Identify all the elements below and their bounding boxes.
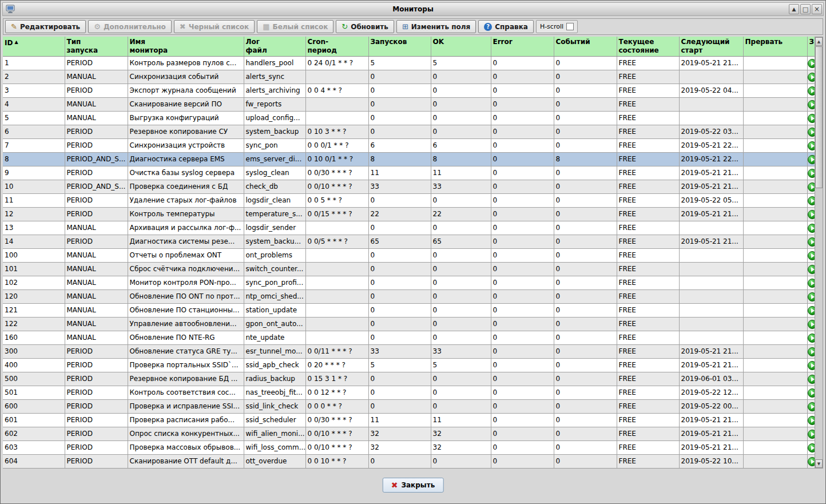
cell-runs: 0: [368, 386, 431, 399]
table-row[interactable]: 14PERIODДиагностика системы резе...syste…: [3, 235, 817, 248]
help-icon: ?: [484, 23, 492, 31]
column-header-interrupt[interactable]: Прервать: [743, 37, 807, 56]
cell-cron: 0 0/10 * * * ?: [305, 180, 368, 193]
table-row[interactable]: 12PERIODКонтроль температурыtemperature_…: [3, 207, 817, 221]
edit-button[interactable]: ✎ Редактировать: [5, 20, 86, 33]
cell-state: FREE: [617, 454, 679, 468]
cell-interrupt: [743, 84, 807, 97]
table-row[interactable]: 2MANUALСинхронизация событийalerts_sync0…: [3, 70, 817, 84]
hscroll-checkbox[interactable]: [566, 23, 574, 30]
cell-state: FREE: [617, 303, 679, 317]
table-row[interactable]: 121MANUALОбновление ПО станционны...stat…: [3, 303, 817, 317]
table-row[interactable]: 4MANUALСканирование версий ПОfw_reports0…: [3, 97, 817, 111]
cell-cron: [305, 248, 368, 262]
column-header-state[interactable]: Текущее состояние: [617, 37, 679, 56]
table-row[interactable]: 11PERIODУдаление старых лог-файловlogsdi…: [3, 193, 817, 207]
cell-cron: [305, 303, 368, 317]
table-row[interactable]: 600PERIODПроверка и исправление SSI...ss…: [3, 399, 817, 413]
cell-ok: 0: [431, 303, 491, 317]
cell-next: 2019-05-21 21...: [679, 440, 743, 454]
cell-error: 0: [491, 221, 554, 235]
cell-log: nas_treeobj_fit...: [244, 386, 305, 399]
cell-id: 2: [3, 70, 65, 84]
cell-error: 0: [491, 317, 554, 331]
table-row[interactable]: 101MANUALСброс счётчика подключени...swi…: [3, 262, 817, 276]
blacklist-button[interactable]: ✖ Черный список: [174, 20, 255, 33]
column-header-label: Error: [493, 38, 513, 46]
column-header-label: Текущее состояние: [619, 38, 659, 54]
cell-cron: 0 20 * * * ?: [305, 358, 368, 372]
table-row[interactable]: 160MANUALОбновление ПО NTE-RGnte_update0…: [3, 331, 817, 344]
table-row[interactable]: 300PERIODОбновление статуса GRE ту...esr…: [3, 344, 817, 358]
table-row[interactable]: 500PERIODРезервное копирование БД ...rad…: [3, 372, 817, 386]
cell-cron: 0 0 4 * * ?: [305, 84, 368, 97]
table-row[interactable]: 400PERIODПроверка портальных SSID`...ssi…: [3, 358, 817, 372]
cell-error: 0: [491, 276, 554, 289]
scroll-down-button[interactable]: ▼: [815, 459, 823, 468]
cell-events: 0: [554, 56, 617, 70]
help-button[interactable]: ? Справка: [478, 20, 534, 33]
cell-runs: 5: [368, 358, 431, 372]
scroll-up-button[interactable]: ▲: [815, 37, 823, 46]
cell-cron: [305, 331, 368, 344]
cell-ok: 65: [431, 235, 491, 248]
table-row[interactable]: 501PERIODКонтроль соответствия сос...nas…: [3, 386, 817, 399]
scrollbar-thumb[interactable]: [815, 46, 823, 188]
column-header-log[interactable]: Лог файл: [244, 37, 305, 56]
table-head: ID▲Тип запускаИмя монитораЛог файлCron- …: [3, 37, 817, 56]
shade-button[interactable]: ▲: [789, 4, 799, 14]
table-row[interactable]: 1PERIODКонтроль размеров пулов с...handl…: [3, 56, 817, 70]
table-row[interactable]: 3PERIODЭкспорт журнала сообщенийalerts_a…: [3, 84, 817, 97]
column-header-error[interactable]: Error: [491, 37, 554, 56]
maximize-button[interactable]: □: [800, 4, 811, 14]
table-row[interactable]: 8PERIOD_AND_S...Диагностика сервера EMSe…: [3, 152, 817, 166]
whitelist-button[interactable]: ▦ Белый список: [257, 20, 333, 33]
table-row[interactable]: 5MANUALВыгрузка конфигурацийupload_confi…: [3, 111, 817, 125]
table-row[interactable]: 603PERIODПроверка массовых обрывов...wif…: [3, 440, 817, 454]
table-row[interactable]: 13MANUALАрхивация и рассылка лог-ф...log…: [3, 221, 817, 235]
table-row[interactable]: 100MANUALОтчеты о проблемах ONTont_probl…: [3, 248, 817, 262]
table-row[interactable]: 122MANUALУправление автообновлени...gpon…: [3, 317, 817, 331]
table-row[interactable]: 601PERIODПроверка расписания рабо...ssid…: [3, 413, 817, 427]
column-header-cron[interactable]: Cron- период: [305, 37, 368, 56]
titlebar[interactable]: Мониторы ▲ □ ×: [2, 2, 824, 16]
refresh-button[interactable]: ↻ Обновить: [336, 20, 394, 33]
column-header-label: Лог файл: [246, 38, 267, 54]
table-row[interactable]: 604PERIODСканирование OTT default д...ot…: [3, 454, 817, 468]
cell-type: PERIOD: [65, 413, 128, 427]
column-header-name[interactable]: Имя монитора: [128, 37, 244, 56]
cell-runs: 6: [368, 138, 431, 152]
cell-state: FREE: [617, 331, 679, 344]
column-header-next[interactable]: Следующий старт: [679, 37, 743, 56]
table-row[interactable]: 10PERIOD_AND_S...Проверка соединения с Б…: [3, 180, 817, 193]
advanced-button[interactable]: ⚙ Дополнительно: [88, 20, 172, 33]
column-header-runs[interactable]: Запусков: [368, 37, 431, 56]
edit-fields-button[interactable]: ⊞ Изменить поля: [396, 20, 476, 33]
cell-log: logsdir_sender: [244, 221, 305, 235]
cell-events: 0: [554, 207, 617, 221]
vertical-scrollbar[interactable]: ▲ ▼: [815, 37, 823, 469]
close-button[interactable]: ×: [812, 4, 822, 14]
cell-state: FREE: [617, 386, 679, 399]
table-row[interactable]: 120MANUALОбновление ПО ONT по прот...ntp…: [3, 289, 817, 303]
cell-events: 0: [554, 221, 617, 235]
table-row[interactable]: 6PERIODРезервное копирование СУsystem_ba…: [3, 125, 817, 138]
cell-name: Обновление статуса GRE ту...: [128, 344, 244, 358]
column-header-ok[interactable]: OK: [431, 37, 491, 56]
cell-error: 0: [491, 111, 554, 125]
close-dialog-button[interactable]: ✖ Закрыть: [383, 478, 444, 493]
cell-events: 8: [554, 152, 617, 166]
column-header-type[interactable]: Тип запуска: [65, 37, 128, 56]
cell-events: 0: [554, 166, 617, 180]
column-header-events[interactable]: Событий: [554, 37, 617, 56]
cell-type: PERIOD_AND_S...: [65, 180, 128, 193]
cell-type: PERIOD: [65, 358, 128, 372]
table-row[interactable]: 102MANUALМонитор контроля PON-про...sync…: [3, 276, 817, 289]
table-row[interactable]: 9PERIODОчистка базы syslog сервераsyslog…: [3, 166, 817, 180]
table-row[interactable]: 602PERIODОпрос списка конкурентных...wif…: [3, 427, 817, 440]
cell-state: FREE: [617, 276, 679, 289]
cell-type: PERIOD: [65, 138, 128, 152]
cell-state: FREE: [617, 248, 679, 262]
column-header-id[interactable]: ID▲: [3, 37, 65, 56]
table-row[interactable]: 7PERIODСинхронизация устройствsync_pon0 …: [3, 138, 817, 152]
